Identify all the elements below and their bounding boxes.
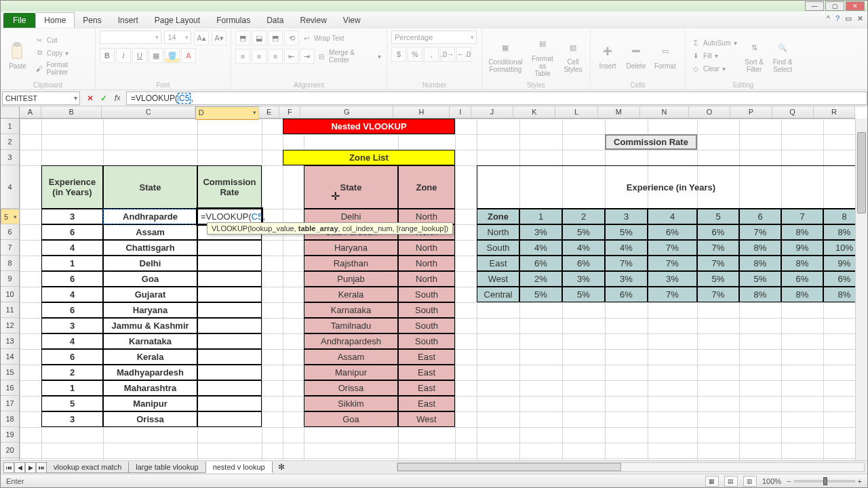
cell[interactable]: 3% <box>562 271 605 287</box>
normal-view-button[interactable]: ▦ <box>705 476 719 487</box>
cell[interactable]: Jammu & Kashmir <box>103 318 197 333</box>
cell[interactable] <box>197 256 262 271</box>
cell[interactable]: Haryana <box>103 302 197 318</box>
cell[interactable]: 3 <box>41 318 103 333</box>
col-header-P[interactable]: P <box>730 106 772 118</box>
col-header-N[interactable]: N <box>640 106 689 118</box>
cell[interactable]: 4 <box>41 240 103 256</box>
cell[interactable]: 7% <box>648 256 697 271</box>
cell[interactable]: 4% <box>605 240 648 256</box>
cell[interactable]: Madhyapardesh <box>103 365 197 380</box>
cell[interactable]: 5% <box>562 287 605 302</box>
cell[interactable]: 3 <box>41 411 103 427</box>
font-family-select[interactable] <box>100 30 161 44</box>
decrease-decimal-button[interactable]: ←.0 <box>456 47 471 62</box>
cell[interactable]: North <box>398 256 455 271</box>
row-header-6[interactable]: 6 <box>1 224 19 240</box>
cell[interactable]: South <box>477 240 519 256</box>
bold-button[interactable]: B <box>100 48 115 63</box>
cell[interactable]: South <box>398 318 455 333</box>
cell[interactable]: 3% <box>605 271 648 287</box>
tab-insert[interactable]: Insert <box>110 13 146 28</box>
col-header-F[interactable]: F <box>279 106 300 118</box>
accounting-format-button[interactable]: $ <box>391 47 406 62</box>
cell[interactable]: East <box>477 256 519 271</box>
format-painter-button[interactable]: 🖌Format Painter <box>33 60 91 77</box>
cell[interactable]: 1 <box>519 209 562 224</box>
window-close-icon[interactable]: ✕ <box>857 14 863 23</box>
cell[interactable] <box>197 318 262 333</box>
insert-cells-button[interactable]: ➕Insert <box>595 41 620 71</box>
cell[interactable]: 5% <box>739 271 781 287</box>
cell[interactable]: Gujarat <box>103 287 197 302</box>
cell[interactable]: 6 <box>41 349 103 365</box>
underline-button[interactable]: U <box>132 48 147 63</box>
horizontal-scrollbar[interactable] <box>397 462 865 472</box>
tab-formulas[interactable]: Formulas <box>208 13 258 28</box>
sheet-nav-first[interactable]: ⏮ <box>3 462 14 473</box>
col-header-E[interactable]: E <box>259 106 280 118</box>
cell[interactable]: South <box>398 333 455 349</box>
italic-button[interactable]: I <box>116 48 131 63</box>
cell[interactable] <box>197 396 262 411</box>
cell[interactable]: 2 <box>562 209 605 224</box>
cell[interactable]: Maharashtra <box>103 380 197 396</box>
sheet-tab-1[interactable]: large table vlookup <box>128 462 205 473</box>
cell[interactable]: 6% <box>648 224 697 240</box>
cell[interactable]: West <box>398 411 455 427</box>
row-header-17[interactable]: 17 <box>1 396 19 411</box>
merge-center-button[interactable]: ⊟Merge & Center ▾ <box>316 48 382 64</box>
cell[interactable]: 4 <box>41 333 103 349</box>
cell[interactable]: 4% <box>519 240 562 256</box>
cell[interactable]: Tamilnadu <box>304 318 398 333</box>
clear-button[interactable]: ◇Clear ▾ <box>690 63 738 74</box>
sheet-nav-last[interactable]: ⏭ <box>36 462 47 473</box>
cell[interactable]: Zone <box>477 209 519 224</box>
cell[interactable]: South <box>398 302 455 318</box>
cell-styles-button[interactable]: ▨Cell Styles <box>560 37 586 75</box>
cell[interactable]: 8% <box>739 287 781 302</box>
tab-home[interactable]: Home <box>35 12 75 28</box>
cell[interactable]: East <box>398 349 455 365</box>
cell[interactable]: 2% <box>519 271 562 287</box>
cell[interactable]: 5 <box>41 396 103 411</box>
cell[interactable]: Assam <box>103 224 197 240</box>
new-sheet-button[interactable]: ✻ <box>275 462 288 473</box>
cell[interactable]: 7% <box>648 287 697 302</box>
decrease-indent-button[interactable]: ⇤ <box>284 49 298 64</box>
cell[interactable]: 6% <box>605 287 648 302</box>
cell[interactable]: 8% <box>781 256 823 271</box>
cell[interactable] <box>197 349 262 365</box>
cell[interactable]: Nested VLOOKUP <box>283 119 455 134</box>
align-middle-button[interactable]: ⬓ <box>252 30 267 45</box>
row-header-8[interactable]: 8 <box>1 256 19 271</box>
cell[interactable]: Chattisgarh <box>103 240 197 256</box>
font-color-button[interactable]: A <box>181 48 196 63</box>
orientation-button[interactable]: ⟲ <box>284 30 299 45</box>
cell[interactable]: Manipur <box>304 365 398 380</box>
fill-button[interactable]: ⬇Fill ▾ <box>690 50 738 61</box>
cell[interactable]: 4 <box>648 209 697 224</box>
fx-button[interactable]: fx <box>111 92 123 104</box>
minimize-button[interactable]: — <box>805 1 824 11</box>
row-header-20[interactable]: 20 <box>1 443 19 458</box>
cell[interactable]: 8% <box>781 287 823 302</box>
enter-formula-button[interactable]: ✓ <box>98 92 110 104</box>
cell[interactable]: 1 <box>41 380 103 396</box>
cell[interactable]: 1 <box>41 256 103 271</box>
cell[interactable]: Rajsthan <box>304 256 398 271</box>
cell[interactable]: Manipur <box>103 396 197 411</box>
conditional-formatting-button[interactable]: ▦Conditional Formatting <box>486 37 525 75</box>
cell[interactable]: Zone <box>398 165 455 209</box>
col-header-M[interactable]: M <box>598 106 640 118</box>
cell[interactable]: Zone List <box>283 150 455 165</box>
cell[interactable]: Andhraparde <box>103 209 197 224</box>
autosum-button[interactable]: ΣAutoSum ▾ <box>690 37 738 48</box>
format-as-table-button[interactable]: ▤Format as Table <box>528 33 557 79</box>
cell[interactable]: 9% <box>781 240 823 256</box>
cell[interactable]: 7% <box>697 240 739 256</box>
cell[interactable]: 5 <box>697 209 739 224</box>
align-left-button[interactable]: ≡ <box>235 49 250 64</box>
sheet-tab-2[interactable]: nested v lookup <box>205 462 273 473</box>
cell[interactable]: 3 <box>41 209 103 224</box>
